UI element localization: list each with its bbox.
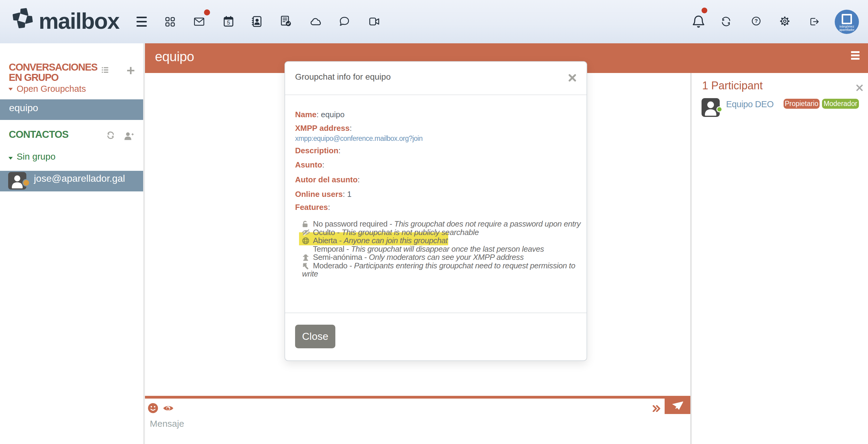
svg-text:5: 5 [227, 20, 230, 26]
svg-text:?: ? [754, 18, 758, 24]
